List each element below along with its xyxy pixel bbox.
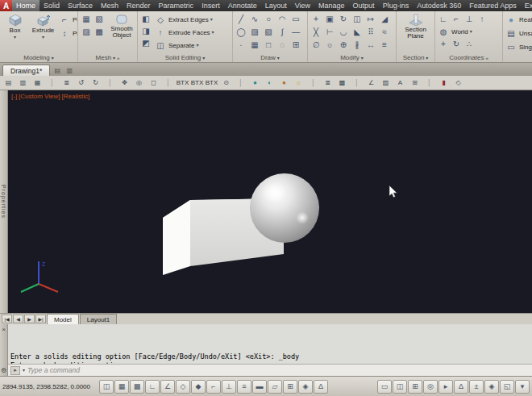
rectangle-icon[interactable]: ▭	[289, 13, 302, 25]
annotation-lock-button[interactable]: ◈	[484, 380, 499, 394]
ribbon-tab[interactable]: Plug-ins	[379, 0, 414, 11]
measure-icon[interactable]: ∠	[364, 77, 378, 89]
render-region-icon[interactable]: ◐	[263, 77, 276, 89]
separator[interactable]: │	[422, 77, 436, 89]
erase-icon[interactable]: ∅	[310, 39, 322, 51]
extract-edges-button[interactable]: ◇ Extract Edges ▾	[154, 13, 214, 26]
intersect-icon[interactable]: ◩	[139, 37, 152, 49]
ribbon-tab[interactable]: Render	[123, 0, 155, 11]
ducs-toggle[interactable]: ⊥	[222, 380, 236, 394]
ribbon-tab[interactable]: Parametric	[155, 0, 198, 11]
customize-wrench-icon[interactable]: ⚙	[1, 367, 6, 374]
recent-drawings-icon[interactable]: ▥	[64, 65, 74, 75]
point-icon[interactable]: ∙	[235, 39, 247, 51]
cleanscreen-button[interactable]: ◱	[500, 380, 514, 394]
panel-label-solid-editing[interactable]: Solid Editing ▾	[138, 53, 232, 62]
mesh-refine-icon[interactable]: ▨	[80, 26, 93, 38]
layer-icon[interactable]: ≣	[321, 77, 335, 89]
union-icon[interactable]: ◧	[139, 13, 152, 25]
separator[interactable]: │	[306, 77, 320, 89]
align-icon[interactable]: ≡	[378, 39, 391, 51]
separator[interactable]: │	[161, 77, 175, 89]
extend-icon[interactable]: ⊢	[323, 26, 336, 38]
ellipse-icon[interactable]: ◯	[235, 26, 247, 38]
new-drawing-icon[interactable]: ▤	[52, 65, 62, 75]
osnap-override-3[interactable]: BTX	[205, 77, 218, 89]
presspull-button[interactable]: ↕ Presspull	[58, 27, 78, 40]
stretch-icon[interactable]: ↦	[364, 13, 377, 25]
coordinates-readout[interactable]: 2894.9135, 2398.5282, 0.0000	[2, 383, 98, 390]
command-input-row[interactable]: ▸ ▾ Type a command	[8, 364, 532, 376]
ucs-icon[interactable]: ∟	[437, 13, 450, 25]
ribbon-tab[interactable]: Autodesk 360	[413, 0, 465, 11]
separate-button[interactable]: ◫ Separate ▾	[154, 39, 214, 52]
table-tool-icon[interactable]: ⊞	[408, 77, 422, 89]
visual-style-control[interactable]: ● Realistic	[505, 13, 532, 26]
application-menu-button[interactable]: A	[0, 0, 12, 11]
revcloud-icon[interactable]: ◌	[276, 39, 289, 51]
join-icon[interactable]: ⊕	[337, 39, 350, 51]
smooth-object-button[interactable]: Smooth Object	[107, 13, 136, 53]
command-history[interactable]: Enter a solids editing option [Face/Edge…	[8, 324, 532, 364]
ribbon-tab[interactable]: Home	[12, 0, 39, 11]
offset-icon[interactable]: ≈	[378, 26, 391, 38]
ucs-face-icon[interactable]: ↑	[476, 13, 488, 25]
viewport-config-control[interactable]: ▭ Single Viewport	[505, 40, 532, 53]
properties-palette-tab[interactable]: Properties	[0, 90, 8, 313]
hatch-icon[interactable]: ▨	[248, 26, 261, 38]
array-icon[interactable]: ⠿	[364, 26, 377, 38]
mesh-crease-icon[interactable]: ▩	[93, 26, 106, 38]
sc-toggle[interactable]: ◈	[298, 380, 313, 394]
world-ucs-button[interactable]: ◍ World ▾	[437, 25, 501, 38]
trim-icon[interactable]: ╳	[310, 26, 322, 38]
spline-icon[interactable]: ∫	[276, 26, 289, 38]
status-menu-button[interactable]: ▾	[515, 380, 530, 394]
panel-label-section[interactable]: Section ▾	[397, 53, 434, 62]
grid-toggle[interactable]: ▩	[130, 380, 144, 394]
scene-canvas[interactable]: Z	[8, 90, 532, 313]
polyline-icon[interactable]: ∿	[248, 13, 261, 25]
lwt-toggle[interactable]: ▬	[252, 380, 267, 394]
mesh-revolve-icon[interactable]: ▦	[80, 13, 93, 25]
ribbon-tab[interactable]: View	[291, 0, 314, 11]
extrude-button[interactable]: Extrude ▾	[30, 13, 56, 53]
osnap-override-2[interactable]: BTX	[190, 77, 204, 89]
ribbon-tab[interactable]: Featured Apps	[465, 0, 521, 11]
zoom-realtime-icon[interactable]: ◎	[132, 77, 146, 89]
fillet-icon[interactable]: ◡	[337, 26, 350, 38]
ribbon-tab[interactable]: Ex	[521, 0, 532, 11]
hatch-tool-icon[interactable]: ▨	[379, 77, 393, 89]
quickview-drawings-button[interactable]: ⊞	[408, 380, 422, 394]
table-icon[interactable]: ⊞	[289, 39, 302, 51]
separator[interactable]: │	[234, 77, 247, 89]
lengthen-icon[interactable]: ↔	[364, 39, 377, 51]
named-view-control[interactable]: ▤ Unsaved View	[505, 27, 532, 40]
osnap-toggle[interactable]: ◇	[176, 380, 190, 394]
copy-icon[interactable]: ▣	[323, 13, 336, 25]
subtract-icon[interactable]: ◨	[139, 25, 152, 37]
sphere-solid[interactable]	[250, 173, 319, 243]
separator[interactable]: │	[45, 77, 59, 89]
zoom-extents-icon[interactable]: ⊙	[219, 77, 233, 89]
ribbon-tab[interactable]: Manage	[314, 0, 349, 11]
break-icon[interactable]: ∦	[351, 39, 364, 51]
wipeout-icon[interactable]: □	[262, 39, 275, 51]
ucs-3point-icon[interactable]: ∴	[463, 38, 476, 50]
drawing-viewport[interactable]: [-] [Custom View] [Realistic]	[8, 90, 532, 313]
xline-icon[interactable]: ―	[289, 26, 302, 38]
polar-toggle[interactable]: ∠	[160, 380, 175, 394]
zoom-window-icon[interactable]: ◻	[147, 77, 160, 89]
separator[interactable]: │	[103, 77, 117, 89]
region-icon[interactable]: ▦	[248, 39, 261, 51]
chevron-down-icon[interactable]: ▾	[23, 368, 25, 373]
panel-label-mesh[interactable]: Mesh ▾ »	[78, 53, 137, 62]
snap-toggle[interactable]: ▦	[114, 380, 129, 394]
layer-props-icon[interactable]: ▩	[335, 77, 349, 89]
redo-icon[interactable]: ↻	[89, 77, 102, 89]
ribbon-tab[interactable]: Layout	[261, 0, 291, 11]
next-tab-button[interactable]: ▶	[24, 315, 35, 323]
mirror-icon[interactable]: ◫	[351, 13, 364, 25]
ortho-toggle[interactable]: ∟	[145, 380, 160, 394]
panel-label-modify[interactable]: Modify ▾	[308, 53, 396, 62]
close-command-icon[interactable]: ×	[2, 326, 6, 333]
